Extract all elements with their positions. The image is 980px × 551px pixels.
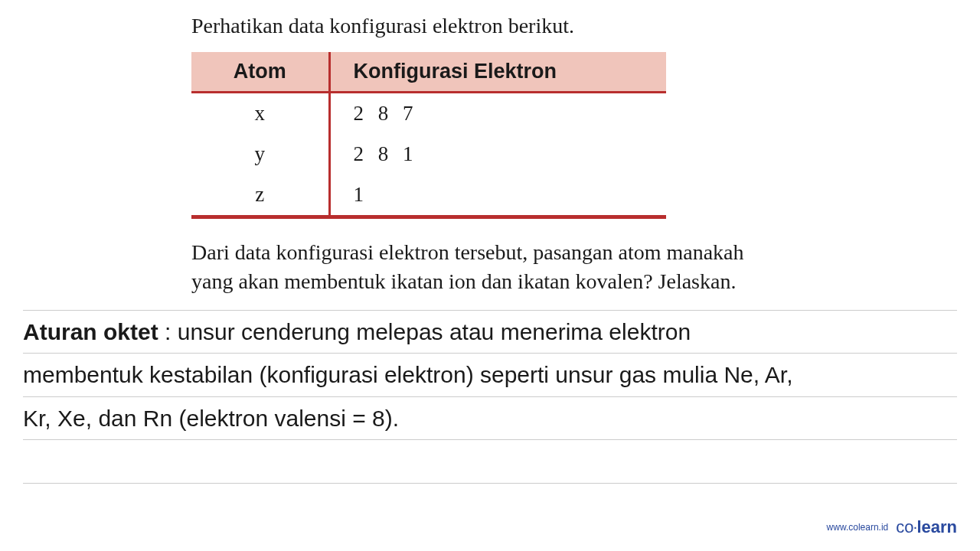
table-header-atom: Atom <box>191 52 329 93</box>
question-text: Dari data konfigurasi elektron tersebut,… <box>191 238 789 296</box>
footer-logo: co·learn <box>896 517 957 537</box>
config-cell: 2 8 7 <box>329 93 666 135</box>
logo-suffix: learn <box>916 517 957 536</box>
table-header-config: Konfigurasi Elektron <box>329 52 666 93</box>
explanation-line: Aturan oktet : unsur cenderung melepas a… <box>23 310 957 354</box>
explanation-section: Aturan oktet : unsur cenderung melepas a… <box>0 310 980 484</box>
intro-text: Perhatikan data konfigurasi elektron ber… <box>191 14 789 38</box>
explanation-line: membentuk kestabilan (konfigurasi elektr… <box>23 354 957 397</box>
footer-url: www.colearn.id <box>827 522 889 533</box>
electron-config-table: Atom Konfigurasi Elektron x 2 8 7 y 2 8 … <box>191 52 789 219</box>
config-cell: 1 <box>329 174 666 217</box>
atom-cell: x <box>191 93 329 135</box>
table-row: x 2 8 7 <box>191 93 666 135</box>
table-row: z 1 <box>191 174 666 217</box>
logo-prefix: co <box>896 517 913 536</box>
footer: www.colearn.id co·learn <box>827 517 957 537</box>
explanation-empty-line <box>23 440 957 484</box>
explanation-line: Kr, Xe, dan Rn (elektron valensi = 8). <box>23 397 957 441</box>
config-cell: 2 8 1 <box>329 134 666 174</box>
explanation-term: Aturan oktet <box>23 319 158 344</box>
atom-cell: y <box>191 134 329 174</box>
atom-cell: z <box>191 174 329 217</box>
table-row: y 2 8 1 <box>191 134 666 174</box>
explanation-text: : unsur cenderung melepas atau menerima … <box>158 319 691 344</box>
